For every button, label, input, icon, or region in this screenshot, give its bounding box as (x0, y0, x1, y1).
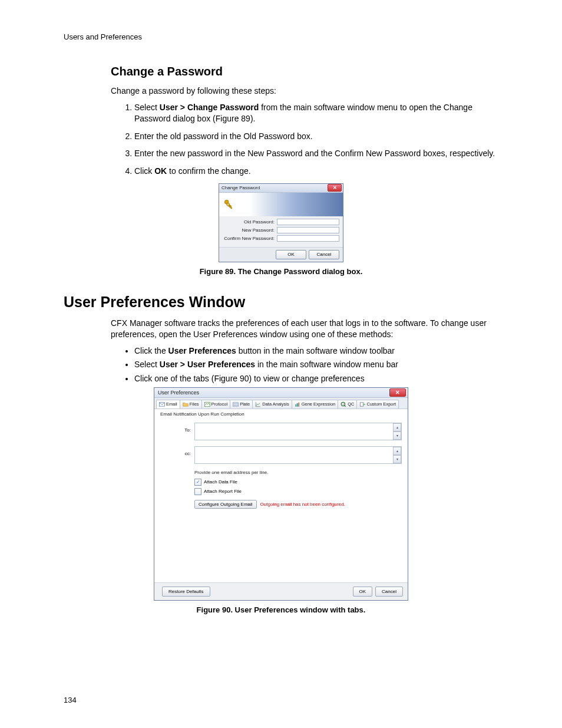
dialog-titlebar: User Preferences ✕ (154, 388, 408, 398)
bullet-1: Click the User Preferences button in the… (134, 345, 498, 357)
tab-email[interactable]: Email (156, 400, 180, 409)
svg-point-7 (234, 403, 234, 404)
close-icon[interactable]: ✕ (328, 184, 342, 192)
tab-qc[interactable]: QC (338, 400, 357, 409)
chart-icon (255, 401, 261, 407)
tab-content-email: Email Notification Upon Run Completion T… (154, 409, 408, 582)
intro-user-preferences: CFX Manager software tracks the preferen… (64, 318, 498, 341)
heading-user-preferences: User Preferences Window (64, 294, 498, 311)
svg-rect-6 (233, 402, 239, 406)
protocol-icon (204, 401, 210, 407)
step-2: Enter the old password in the Old Passwo… (134, 131, 498, 143)
step-4: Click OK to confirm the change. (134, 166, 498, 177)
figure-89-caption: Figure 89. The Change Password dialog bo… (64, 267, 498, 276)
new-password-label: New Password: (223, 228, 277, 233)
close-icon[interactable]: ✕ (389, 388, 406, 397)
bullet-list: Click the User Preferences button in the… (64, 345, 498, 385)
tab-gene-expression[interactable]: Gene Expression (292, 400, 339, 409)
cancel-button[interactable]: Cancel (375, 587, 403, 597)
cc-textarea[interactable] (194, 446, 402, 464)
folder-icon (183, 401, 189, 407)
bar-chart-icon (295, 401, 300, 407)
scroll-up-icon[interactable]: ▴ (393, 423, 401, 431)
scroll-down-icon[interactable]: ▾ (393, 431, 401, 440)
email-warning: Outgoing email has not been configured. (260, 502, 345, 507)
intro-change-password: Change a password by following these ste… (64, 85, 498, 97)
change-password-dialog: Change Password ✕ Old Password: New Pass… (219, 183, 343, 262)
dialog-title: Change Password (222, 185, 328, 190)
attach-report-label: Attach Report File (204, 489, 242, 494)
bullet-2: Select User > User Preferences in the ma… (134, 359, 498, 371)
configure-outgoing-email-button[interactable]: Configure Outgoing Email (194, 500, 257, 509)
svg-point-8 (236, 403, 236, 404)
tab-custom-export[interactable]: Custom Export (356, 400, 399, 409)
svg-point-12 (237, 404, 237, 405)
page-number: 134 (64, 696, 77, 704)
tab-data-analysis[interactable]: Data Analysis (252, 400, 292, 409)
svg-point-10 (234, 404, 234, 405)
dialog-title: User Preferences (158, 390, 389, 396)
to-label: To: (160, 423, 194, 433)
tab-protocol[interactable]: Protocol (201, 400, 231, 409)
bullet-3: Click one of the tabs (Figure 90) to vie… (134, 373, 498, 385)
steps-list: Select User > Change Password from the m… (64, 102, 498, 177)
running-header: Users and Preferences (64, 32, 498, 41)
dialog-titlebar: Change Password ✕ (219, 184, 343, 193)
attach-report-checkbox[interactable] (194, 488, 201, 495)
scroll-down-icon[interactable]: ▾ (393, 455, 401, 463)
restore-defaults-button[interactable]: Restore Defaults (162, 587, 210, 597)
export-icon (359, 401, 365, 407)
scroll-up-icon[interactable]: ▴ (393, 447, 401, 455)
confirm-password-input[interactable] (277, 235, 339, 242)
qc-icon (340, 401, 346, 407)
figure-90-caption: Figure 90. User Preferences window with … (64, 605, 498, 614)
attach-data-checkbox[interactable]: ✓ (194, 479, 201, 486)
svg-point-9 (237, 403, 237, 404)
step-1: Select User > Change Password from the m… (134, 102, 498, 125)
new-password-input[interactable] (277, 227, 339, 233)
attach-data-label: Attach Data File (204, 479, 237, 485)
ok-button[interactable]: OK (353, 587, 373, 597)
old-password-input[interactable] (277, 219, 339, 225)
user-preferences-dialog: User Preferences ✕ Email Files Protoc (154, 387, 408, 601)
to-textarea[interactable] (194, 423, 402, 440)
svg-rect-14 (296, 403, 297, 407)
envelope-icon (159, 401, 165, 407)
tab-plate[interactable]: Plate (230, 400, 253, 409)
cancel-button[interactable]: Cancel (309, 250, 339, 259)
heading-change-password: Change a Password (64, 65, 498, 78)
step-3: Enter the new password in the New Passwo… (134, 148, 498, 160)
keys-icon (223, 198, 234, 211)
tab-files[interactable]: Files (180, 400, 202, 409)
email-section-label: Email Notification Upon Run Completion (160, 411, 402, 417)
plate-icon (233, 401, 239, 407)
svg-point-11 (236, 404, 236, 405)
confirm-password-label: Confirm New Password: (223, 236, 277, 241)
cc-label: cc: (160, 446, 194, 456)
dialog-banner (219, 193, 343, 216)
ok-button[interactable]: OK (276, 250, 306, 259)
svg-rect-15 (298, 402, 299, 406)
email-hint: Provide one email address per line. (194, 470, 402, 475)
svg-rect-13 (295, 404, 296, 407)
old-password-label: Old Password: (223, 219, 277, 225)
tab-strip: Email Files Protocol (154, 398, 408, 409)
